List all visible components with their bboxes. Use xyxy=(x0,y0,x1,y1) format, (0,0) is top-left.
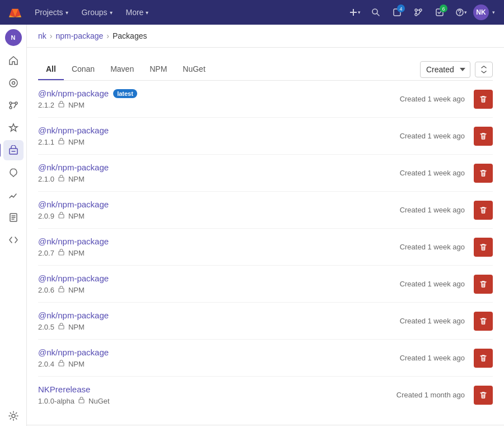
svg-rect-25 xyxy=(79,400,84,404)
left-sidebar: N xyxy=(0,25,27,424)
package-type: NPM xyxy=(68,138,85,146)
package-info: @nk/npm-package 2.0.6 NPM xyxy=(38,274,400,294)
package-meta: 2.1.2 NPM xyxy=(38,100,400,109)
chevron-down-icon: ▾ xyxy=(110,10,113,16)
lock-icon xyxy=(58,174,65,182)
todos-button[interactable]: 6 xyxy=(431,3,449,21)
package-name-row: @nk/npm-package xyxy=(38,163,400,172)
delete-package-button[interactable] xyxy=(474,90,493,109)
merge-requests-button[interactable] xyxy=(409,3,427,21)
package-type-icon xyxy=(58,174,65,183)
issues-button[interactable]: 4 xyxy=(388,3,406,21)
package-name-row: NKPrerelease xyxy=(38,385,396,394)
trash-icon xyxy=(479,243,488,252)
package-version: 2.1.2 xyxy=(38,101,54,109)
breadcrumb-npm-package[interactable]: npm-package xyxy=(55,31,103,40)
package-info: @nk/npm-package 2.1.0 NPM xyxy=(38,163,400,183)
package-name-row: @nk/npm-package latest xyxy=(38,89,400,98)
sidebar-item-home[interactable] xyxy=(3,50,24,71)
delete-package-button[interactable] xyxy=(474,275,493,294)
chevron-down-icon: ▾ xyxy=(66,10,68,16)
delete-package-button[interactable] xyxy=(474,386,493,405)
svg-rect-19 xyxy=(59,178,64,182)
svg-rect-20 xyxy=(59,215,64,219)
nav-groups[interactable]: Groups ▾ xyxy=(77,6,117,19)
lock-icon xyxy=(58,248,65,256)
svg-rect-23 xyxy=(59,326,64,330)
sidebar-item-merge-requests[interactable] xyxy=(3,95,24,115)
package-row: @nk/npm-package 2.1.0 NPM Created 1 week… xyxy=(38,155,493,192)
package-type-icon xyxy=(58,137,65,146)
sidebar-item-analytics[interactable] xyxy=(3,185,24,205)
tab-conan[interactable]: Conan xyxy=(64,59,102,80)
tab-npm[interactable]: NPM xyxy=(142,59,175,80)
search-button[interactable] xyxy=(367,3,385,21)
packages-content: All Conan Maven NPM NuGet Created Name V… xyxy=(27,48,504,424)
package-name-link[interactable]: @nk/npm-package xyxy=(38,126,109,135)
package-name-link[interactable]: NKPrerelease xyxy=(38,385,90,394)
help-button[interactable]: ▾ xyxy=(452,3,470,21)
nav-projects[interactable]: Projects ▾ xyxy=(30,6,73,19)
package-info: @nk/npm-package 2.0.4 NPM xyxy=(38,348,400,368)
new-item-button[interactable]: ▾ xyxy=(346,3,363,21)
lock-icon xyxy=(58,285,65,293)
package-name-link[interactable]: @nk/npm-package xyxy=(38,200,109,209)
package-type-icon xyxy=(58,211,65,220)
breadcrumb: nk › npm-package › Packages xyxy=(27,25,504,48)
package-version: 2.1.0 xyxy=(38,175,54,183)
sidebar-item-issues[interactable] xyxy=(3,73,24,93)
sidebar-item-infrastructure[interactable] xyxy=(3,163,24,183)
sort-direction-button[interactable] xyxy=(475,62,493,77)
avatar-chevron-icon: ▾ xyxy=(492,10,495,15)
delete-package-button[interactable] xyxy=(474,127,493,146)
trash-icon xyxy=(479,391,488,400)
tabs-row: All Conan Maven NPM NuGet Created Name V… xyxy=(38,59,493,81)
delete-package-button[interactable] xyxy=(474,201,493,220)
package-name-link[interactable]: @nk/npm-package xyxy=(38,89,109,98)
package-name-link[interactable]: @nk/npm-package xyxy=(38,348,109,357)
sidebar-item-packages[interactable] xyxy=(3,140,24,160)
package-name-link[interactable]: @nk/npm-package xyxy=(38,274,109,283)
package-meta: 2.0.9 NPM xyxy=(38,211,400,220)
package-name-link[interactable]: @nk/npm-package xyxy=(38,237,109,246)
nav-more[interactable]: More ▾ xyxy=(122,6,153,19)
tab-all[interactable]: All xyxy=(38,59,64,80)
package-meta: 1.0.0-alpha NuGet xyxy=(38,396,396,405)
package-created-date: Created 1 week ago xyxy=(400,243,465,251)
sidebar-item-snippets[interactable] xyxy=(3,230,24,250)
tab-nuget[interactable]: NuGet xyxy=(175,59,213,80)
gitlab-logo[interactable] xyxy=(9,6,21,18)
svg-rect-22 xyxy=(59,289,64,293)
package-version: 1.0.0-alpha xyxy=(38,397,74,405)
package-info: @nk/npm-package 2.0.5 NPM xyxy=(38,311,400,331)
sidebar-item-deployments[interactable] xyxy=(3,118,24,138)
package-info: @nk/npm-package 2.1.1 NPM xyxy=(38,126,400,146)
svg-rect-24 xyxy=(59,363,64,367)
trash-icon xyxy=(479,317,488,326)
lock-icon xyxy=(58,322,65,330)
package-name-link[interactable]: @nk/npm-package xyxy=(38,163,109,172)
package-row: @nk/npm-package 2.0.4 NPM Created 1 week… xyxy=(38,340,493,377)
delete-package-button[interactable] xyxy=(474,312,493,331)
package-type: NPM xyxy=(68,323,85,331)
sidebar-item-wiki[interactable] xyxy=(3,207,24,228)
delete-package-button[interactable] xyxy=(474,238,493,257)
sidebar-item-settings[interactable] xyxy=(3,406,24,424)
package-info: @nk/npm-package 2.0.7 NPM xyxy=(38,237,400,257)
user-avatar-button[interactable]: NK xyxy=(473,4,489,20)
layout: N nk xyxy=(0,25,504,424)
sort-select[interactable]: Created Name Version xyxy=(420,61,470,78)
package-name-row: @nk/npm-package xyxy=(38,348,400,357)
delete-package-button[interactable] xyxy=(474,164,493,183)
package-row: @nk/npm-package 2.1.1 NPM Created 1 week… xyxy=(38,118,493,155)
package-name-link[interactable]: @nk/npm-package xyxy=(38,311,109,320)
package-meta: 2.1.1 NPM xyxy=(38,137,400,146)
delete-package-button[interactable] xyxy=(474,349,493,368)
breadcrumb-nk[interactable]: nk xyxy=(38,31,46,40)
tab-maven[interactable]: Maven xyxy=(102,59,142,80)
package-type-icon xyxy=(58,248,65,257)
package-info: NKPrerelease 1.0.0-alpha NuGet xyxy=(38,385,396,405)
package-type: NPM xyxy=(68,249,85,257)
package-version: 2.0.9 xyxy=(38,212,54,220)
sidebar-project-avatar[interactable]: N xyxy=(5,29,22,46)
